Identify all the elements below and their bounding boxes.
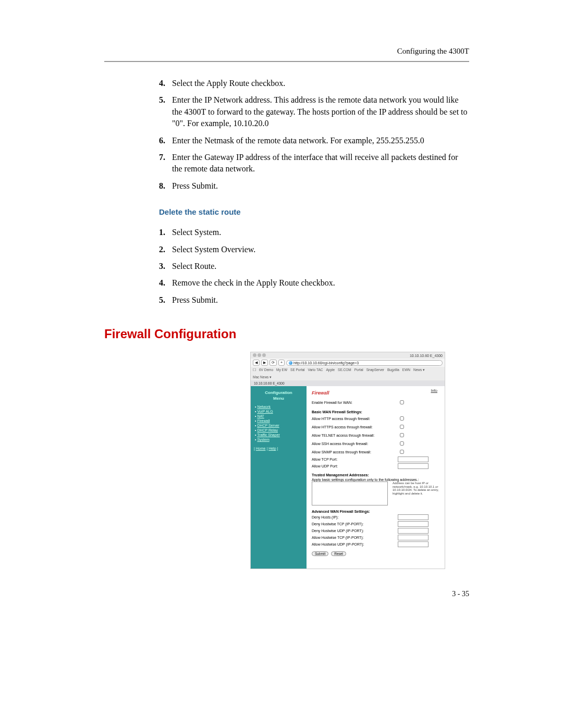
sidebar-item-dhcp-relay[interactable]: DHCP Relay bbox=[257, 428, 278, 432]
info-link[interactable]: Info bbox=[431, 388, 437, 393]
allow-udp-input[interactable] bbox=[398, 541, 429, 547]
sidebar-item-voipalg[interactable]: VoIP ALG bbox=[257, 410, 273, 413]
deny-tcp-input[interactable] bbox=[398, 521, 429, 527]
allow-tcp-input[interactable] bbox=[398, 535, 429, 540]
sidebar-item-network[interactable]: Network bbox=[257, 405, 271, 409]
config-sidebar: Configuration Menu Network VoIP ALG NAT … bbox=[251, 386, 307, 569]
bookmark-item[interactable]: SE.COM bbox=[338, 368, 351, 372]
reload-button[interactable]: ⟳ bbox=[270, 360, 277, 366]
deny-hosts-input[interactable] bbox=[398, 514, 429, 520]
firewall-panel: Info Firewall Enable Firewall for WAN: B… bbox=[307, 386, 445, 569]
sidebar-title: Configuration bbox=[254, 390, 303, 395]
bookmark-item[interactable]: Mac News ▾ bbox=[253, 375, 272, 379]
sidebar-item-traffic-shaper[interactable]: Traffic Shaper bbox=[257, 433, 280, 437]
trusted-hint: Address can be host IP or network/mask, … bbox=[393, 482, 439, 495]
sidebar-item-nat[interactable]: NAT bbox=[257, 414, 264, 418]
allow-telnet-checkbox[interactable] bbox=[400, 433, 404, 437]
back-button[interactable]: ◀ bbox=[253, 360, 260, 366]
sidebar-item-firewall[interactable]: Firewall bbox=[257, 419, 270, 423]
sidebar-subtitle: Menu bbox=[254, 396, 303, 401]
window-title: 10.10.10.60 E_4300 bbox=[410, 354, 443, 357]
bookmark-item[interactable]: News ▾ bbox=[413, 368, 425, 372]
bookmark-item[interactable]: SE Portal bbox=[290, 368, 304, 372]
bookmark-item[interactable]: Vario TAC bbox=[308, 368, 323, 372]
allow-tcp-port-input[interactable] bbox=[398, 456, 429, 462]
forward-button[interactable]: ▶ bbox=[261, 360, 268, 366]
submit-button[interactable]: Submit bbox=[312, 551, 328, 556]
allow-http-checkbox[interactable] bbox=[400, 416, 404, 421]
window-titlebar: 10.10.10.60 E_4300 bbox=[251, 352, 445, 359]
page-number: 3 - 35 bbox=[104, 590, 469, 598]
steps-add-route: 4.Select the Apply Route checkbox. 5.Ent… bbox=[104, 78, 469, 192]
enable-firewall-checkbox[interactable] bbox=[400, 400, 404, 404]
bookmark-bar: ☐ 6V Demo My EW SE Portal Vario TAC Appl… bbox=[251, 367, 445, 380]
bookmark-item[interactable]: SnapServer bbox=[366, 368, 384, 372]
section-firewall-config: Firewall Configuration bbox=[104, 327, 469, 341]
trusted-title: Trusted Management Addresses: bbox=[312, 473, 439, 477]
allow-snmp-checkbox[interactable] bbox=[400, 450, 404, 454]
bookmark-item[interactable]: Apple bbox=[326, 368, 335, 372]
bookmark-item[interactable]: 6V Demo bbox=[259, 368, 273, 372]
enable-firewall-label: Enable Firewall for WAN: bbox=[312, 401, 398, 404]
header-rule bbox=[104, 61, 469, 62]
traffic-lights-icon bbox=[253, 353, 267, 357]
globe-icon bbox=[289, 361, 292, 365]
url-field[interactable]: http://10.10.10.60/cgi-bin/config?page=3 bbox=[286, 360, 443, 366]
sidebar-home-link[interactable]: Home bbox=[256, 447, 266, 450]
panel-heading: Firewall bbox=[312, 390, 439, 396]
allow-ssh-checkbox[interactable] bbox=[400, 441, 404, 446]
trusted-text: Apply basic settings configuration only … bbox=[312, 478, 439, 482]
sidebar-item-dhcp-server[interactable]: DHCP Server bbox=[257, 424, 279, 427]
allow-https-checkbox[interactable] bbox=[400, 425, 404, 429]
bookmark-item[interactable]: Bugzilla bbox=[387, 368, 399, 372]
page-header: Configuring the 4300T bbox=[104, 47, 469, 56]
bookmark-item[interactable]: EWN bbox=[402, 368, 410, 372]
browser-toolbar: ◀ ▶ ⟳ + http://10.10.10.60/cgi-bin/confi… bbox=[251, 359, 445, 367]
sidebar-footer: | Home | Help | bbox=[254, 447, 303, 450]
add-button[interactable]: + bbox=[278, 360, 285, 366]
basic-settings-title: Basic WAN Firewall Settings: bbox=[312, 410, 439, 414]
sidebar-help-link[interactable]: Help bbox=[268, 447, 276, 450]
bookmark-item[interactable]: Portal bbox=[354, 368, 363, 372]
trusted-addresses-input[interactable] bbox=[312, 482, 388, 505]
advanced-settings-title: Advanced WAN Firewall Settings: bbox=[312, 510, 439, 513]
sidebar-item-system[interactable]: System bbox=[257, 438, 269, 441]
allow-udp-port-input[interactable] bbox=[398, 463, 429, 469]
browser-tab[interactable]: 10.10.10.60 E_4300 bbox=[251, 380, 445, 386]
steps-delete-route: 1.Select System. 2.Select System Overvie… bbox=[104, 227, 469, 306]
reset-button[interactable]: Reset bbox=[331, 551, 346, 556]
bookmark-item[interactable]: My EW bbox=[276, 368, 287, 372]
firewall-screenshot: 10.10.10.60 E_4300 ◀ ▶ ⟳ + http://10.10.… bbox=[250, 352, 445, 569]
deny-udp-input[interactable] bbox=[398, 528, 429, 534]
subheading-delete-route: Delete the static route bbox=[159, 207, 469, 216]
